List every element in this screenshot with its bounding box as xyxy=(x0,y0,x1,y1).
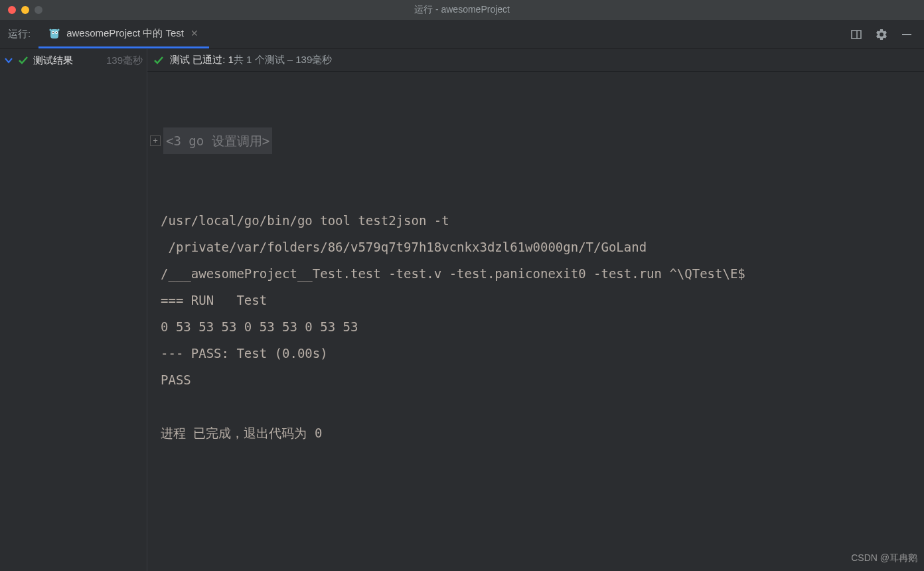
test-status-bar: 测试 已通过: 1共 1 个测试 – 139毫秒 xyxy=(147,49,924,72)
minimize-window-icon[interactable] xyxy=(21,6,29,14)
console-fold-label: <3 go 设置调用> xyxy=(163,127,272,154)
console-panel: 测试 已通过: 1共 1 个测试 – 139毫秒 + <3 go 设置调用> /… xyxy=(147,49,924,571)
console-line: --- PASS: Test (0.00s) xyxy=(161,340,924,367)
content-area: 测试结果 139毫秒 测试 已通过: 1共 1 个测试 – 139毫秒 + <3… xyxy=(0,49,924,571)
maximize-window-icon[interactable] xyxy=(35,6,42,14)
console-output[interactable]: + <3 go 设置调用> /usr/local/go/bin/go tool … xyxy=(147,72,924,571)
tool-tabbar: 运行: awesomeProject 中的 Test ✕ xyxy=(0,20,924,49)
run-label: 运行: xyxy=(0,20,38,48)
console-line: === RUN Test xyxy=(161,287,924,313)
test-results-label: 测试结果 xyxy=(33,54,100,67)
svg-point-4 xyxy=(56,32,57,33)
svg-point-6 xyxy=(58,29,60,31)
console-line: PASS xyxy=(161,367,924,393)
layout-icon[interactable] xyxy=(850,28,863,41)
status-text: 测试 已通过: 1共 1 个测试 – 139毫秒 xyxy=(170,54,332,66)
console-line: /private/var/folders/86/v579q7t97h18vcnk… xyxy=(161,234,924,260)
console-line xyxy=(161,393,924,420)
svg-point-5 xyxy=(50,29,52,31)
console-body: /usr/local/go/bin/go tool test2json -t /… xyxy=(147,207,924,446)
test-results-root[interactable]: 测试结果 139毫秒 xyxy=(0,49,147,72)
console-line: /usr/local/go/bin/go tool test2json -t xyxy=(161,207,924,234)
svg-rect-7 xyxy=(852,31,861,39)
console-fold-region[interactable]: + <3 go 设置调用> xyxy=(147,127,924,154)
gopher-icon xyxy=(48,25,61,41)
minimize-panel-icon[interactable] xyxy=(900,28,913,41)
pass-icon xyxy=(153,54,165,66)
run-config-tab[interactable]: awesomeProject 中的 Test ✕ xyxy=(38,20,209,48)
close-window-icon[interactable] xyxy=(8,6,16,14)
svg-rect-0 xyxy=(50,29,58,39)
window-title: 运行 - awesomeProject xyxy=(414,4,510,16)
status-duration: – 139毫秒 xyxy=(285,54,333,65)
console-line: 0 53 53 53 0 53 53 0 53 53 xyxy=(161,313,924,340)
toolbar-right xyxy=(839,20,924,48)
console-line: /___awesomeProject__Test.test -test.v -t… xyxy=(161,260,924,287)
svg-point-2 xyxy=(52,32,54,33)
window-controls xyxy=(8,6,42,14)
test-tree-panel: 测试结果 139毫秒 xyxy=(0,49,147,571)
expand-icon[interactable]: + xyxy=(150,135,161,146)
close-tab-icon[interactable]: ✕ xyxy=(189,28,200,39)
gear-icon[interactable] xyxy=(875,28,888,41)
chevron-down-icon[interactable] xyxy=(4,56,13,65)
status-total: 共 1 个测试 xyxy=(234,54,285,65)
titlebar: 运行 - awesomeProject xyxy=(0,0,924,20)
run-config-tab-label: awesomeProject 中的 Test xyxy=(66,27,184,40)
status-passed-count: 测试 已通过: 1 xyxy=(170,54,234,65)
pass-icon xyxy=(17,54,29,66)
test-results-time: 139毫秒 xyxy=(106,54,143,67)
console-line: 进程 已完成，退出代码为 0 xyxy=(161,420,924,446)
